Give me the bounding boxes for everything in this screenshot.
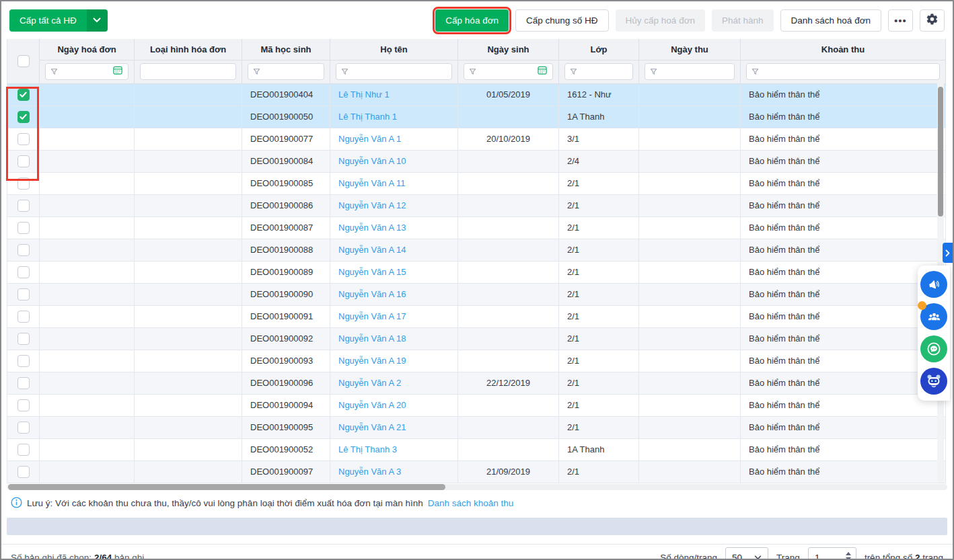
calendar-icon[interactable] [537,65,548,78]
row-checkbox[interactable] [17,444,30,456]
select-all-checkbox[interactable] [17,55,30,67]
row-checkbox[interactable] [17,133,30,145]
table-row[interactable]: DEO001900093 Nguyễn Văn A 19 2/1 Bảo hiể… [7,350,946,372]
student-name-link[interactable]: Lê Thị Thanh 3 [338,444,397,454]
student-name-link[interactable]: Nguyễn Văn A 16 [338,289,406,299]
issue-invoice-button[interactable]: Cấp hóa đơn [435,9,509,32]
row-checkbox[interactable] [17,355,30,367]
student-name-link[interactable]: Nguyễn Văn A 18 [338,333,406,344]
vertical-scrollbar-thumb[interactable] [938,87,943,216]
table-row[interactable]: DEO001900087 Nguyễn Văn A 13 2/1 Bảo hiể… [7,216,946,239]
student-name-link[interactable]: Nguyễn Văn A 21 [338,422,406,432]
row-checkbox[interactable] [17,177,30,190]
col-header-invoice-type[interactable]: Loại hình hóa đơn [135,39,242,60]
table-row[interactable]: DEO001900088 Nguyễn Văn A 14 2/1 Bảo hiể… [7,239,946,261]
table-row[interactable]: DEO001900050 Lê Thị Thanh 1 1A Thanh Bảo… [7,106,946,128]
calendar-icon[interactable] [112,65,123,78]
fee-list-link[interactable]: Danh sách khoản thu [428,498,514,508]
info-icon [11,497,22,510]
student-name-link[interactable]: Nguyễn Văn A 11 [338,178,406,188]
student-name-link[interactable]: Nguyễn Văn A 2 [338,378,401,388]
page-stepper[interactable] [846,552,851,560]
chevron-down-icon[interactable] [87,9,108,32]
issue-all-invoices-split-button[interactable]: Cấp tất cả HĐ [9,9,108,32]
row-checkbox[interactable] [17,266,30,278]
rows-per-page-select[interactable]: 50 [725,547,768,560]
row-checkbox[interactable] [17,377,30,389]
issue-shared-number-button[interactable]: Cấp chung số HĐ [515,9,609,32]
table-row[interactable]: DEO001900077 Nguyễn Văn A 1 20/10/2019 3… [7,128,946,150]
student-name-link[interactable]: Nguyễn Văn A 14 [338,245,406,255]
table-row[interactable]: DEO001900085 Nguyễn Văn A 11 2/1 Bảo hiể… [7,172,946,194]
table-row[interactable]: DEO001900404 Lê Thị Như 1 01/05/2019 161… [7,83,946,106]
table-row[interactable]: DEO001900092 Nguyễn Văn A 18 2/1 Bảo hiể… [7,327,946,350]
settings-button[interactable] [920,9,945,32]
student-name-link[interactable]: Lê Thị Thanh 1 [338,112,397,122]
student-name-link[interactable]: Nguyễn Văn A 15 [338,267,406,277]
row-checkbox-cell [7,239,40,261]
row-checkbox[interactable] [17,222,30,234]
col-header-collect-date[interactable]: Ngày thu [639,39,741,60]
panel-expand-tab[interactable] [943,243,953,263]
row-checkbox[interactable] [17,244,30,256]
more-options-button[interactable]: ••• [888,9,913,32]
cell-invoice-date [40,128,135,150]
horizontal-scrollbar-thumb[interactable] [8,484,445,490]
student-name-link[interactable]: Nguyễn Văn A 19 [338,356,406,366]
col-header-birth-date[interactable]: Ngày sinh [458,39,559,60]
table-row[interactable]: DEO001900089 Nguyễn Văn A 15 2/1 Bảo hiể… [7,261,946,283]
table-row[interactable]: DEO001900052 Lê Thị Thanh 3 1A Thanh Bảo… [7,438,946,461]
student-name-link[interactable]: Nguyễn Văn A 17 [338,311,406,321]
student-name-link[interactable]: Lê Thị Như 1 [338,89,390,99]
cell-full-name: Nguyễn Văn A 13 [330,216,458,239]
filter-full-name[interactable] [336,63,452,80]
table-row[interactable]: DEO001900096 Nguyễn Văn A 2 22/12/2019 2… [7,372,946,394]
col-header-class[interactable]: Lớp [559,39,639,60]
announcement-button[interactable] [920,271,947,298]
row-checkbox[interactable] [17,399,30,411]
row-checkbox[interactable] [17,155,30,167]
row-checkbox[interactable] [17,311,30,323]
table-row[interactable]: DEO001900097 Nguyễn Văn A 3 21/09/2019 2… [7,461,946,483]
row-checkbox[interactable] [17,200,30,212]
chat-support-button[interactable] [920,335,947,362]
cell-student-code: DEO001900404 [242,83,330,106]
row-checkbox[interactable] [17,288,30,301]
student-name-link[interactable]: Nguyễn Văn A 10 [338,156,406,166]
student-name-link[interactable]: Nguyễn Văn A 1 [338,134,401,144]
community-button[interactable] [920,303,947,330]
table-row[interactable]: DEO001900091 Nguyễn Văn A 17 2/1 Bảo hiể… [7,305,946,327]
cell-invoice-type [135,461,242,483]
filter-student-code[interactable] [248,63,324,80]
horizontal-scrollbar[interactable] [7,484,947,490]
table-row[interactable]: DEO001900094 Nguyễn Văn A 20 2/1 Bảo hiể… [7,394,946,416]
col-header-fee[interactable]: Khoản thu [741,39,946,60]
student-name-link[interactable]: Nguyễn Văn A 20 [338,400,406,410]
cell-invoice-date [40,438,135,461]
table-row[interactable]: DEO001900084 Nguyễn Văn A 10 2/4 Bảo hiể… [7,150,946,172]
chatbot-button[interactable] [920,368,947,395]
invoice-table: Ngày hoá đơn Loại hình hóa đơn Mã học si… [7,39,946,483]
row-checkbox[interactable] [17,466,30,478]
invoice-list-button[interactable]: Danh sách hoá đơn [780,9,881,32]
filter-invoice-date[interactable] [45,63,129,80]
table-row[interactable]: DEO001900095 Nguyễn Văn A 21 2/1 Bảo hiể… [7,416,946,438]
row-checkbox[interactable] [17,422,30,434]
filter-birth-date[interactable] [464,63,553,80]
student-name-link[interactable]: Nguyễn Văn A 13 [338,223,406,233]
row-checkbox[interactable] [17,89,30,101]
table-row[interactable]: DEO001900086 Nguyễn Văn A 12 2/1 Bảo hiể… [7,194,946,216]
filter-class[interactable] [564,63,633,80]
issue-all-invoices-button[interactable]: Cấp tất cả HĐ [9,9,87,32]
student-name-link[interactable]: Nguyễn Văn A 3 [338,467,401,477]
filter-collect-date[interactable] [645,63,735,80]
filter-fee[interactable] [746,63,940,80]
filter-invoice-type[interactable] [140,63,236,80]
col-header-invoice-date[interactable]: Ngày hoá đơn [40,39,135,60]
col-header-full-name[interactable]: Họ tên [330,39,458,60]
table-row[interactable]: DEO001900090 Nguyễn Văn A 16 2/1 Bảo hiể… [7,283,946,305]
row-checkbox[interactable] [17,111,30,123]
col-header-student-code[interactable]: Mã học sinh [242,39,330,60]
student-name-link[interactable]: Nguyễn Văn A 12 [338,200,406,210]
row-checkbox[interactable] [17,333,30,345]
